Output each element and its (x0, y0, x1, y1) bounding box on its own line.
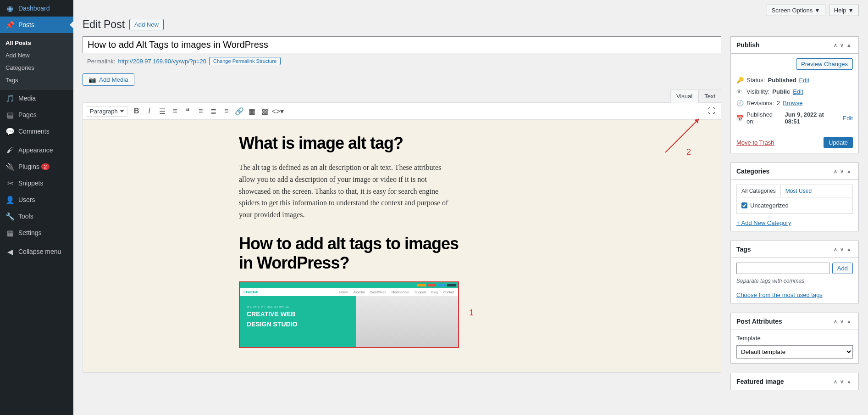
box-toggle-icon[interactable]: ▲ (845, 319, 853, 324)
code-button[interactable]: <>▾ (271, 105, 284, 118)
box-up-icon[interactable]: ∧ (832, 247, 839, 252)
plugins-badge: 2 (41, 163, 50, 170)
edit-date-link[interactable]: Edit (843, 115, 853, 122)
align-left-button[interactable]: ≡ (194, 105, 207, 118)
update-button[interactable]: Update (824, 137, 853, 148)
sidebar-item-snippets[interactable]: ✂Snippets (0, 175, 73, 191)
tags-input[interactable] (736, 263, 829, 274)
pin-icon: 📌 (6, 20, 15, 29)
comments-icon: 💬 (6, 127, 15, 136)
box-up-icon[interactable]: ∧ (832, 379, 839, 385)
category-checkbox[interactable] (741, 202, 747, 208)
sidebar-item-tools[interactable]: 🔧Tools (0, 208, 73, 224)
add-tag-button[interactable]: Add (832, 263, 853, 274)
box-toggle-icon[interactable]: ▲ (845, 247, 853, 252)
tools-icon: 🔧 (6, 212, 15, 221)
all-categories-tab[interactable]: All Categories (737, 185, 781, 197)
permalink-url[interactable]: http://209.97.169.90/vy/wp/?p=20 (118, 58, 206, 65)
box-toggle-icon[interactable]: ▲ (845, 379, 853, 384)
tags-title: Tags (736, 246, 751, 253)
box-down-icon[interactable]: ∨ (839, 247, 845, 252)
preview-changes-button[interactable]: Preview Changes (796, 58, 853, 70)
bold-button[interactable]: B (130, 105, 143, 118)
box-down-icon[interactable]: ∨ (839, 168, 845, 174)
box-down-icon[interactable]: ∨ (839, 379, 845, 385)
screen-options-button[interactable]: Screen Options ▼ (767, 5, 825, 16)
sidebar-sub-tags[interactable]: Tags (0, 74, 73, 86)
editor-toolbar: Paragraph B I ☰ ≡ ❝ ≡ ≣ ≡ 🔗 ▦ ▩ <>▾ (83, 103, 721, 120)
post-title-input[interactable] (83, 36, 721, 53)
users-icon: 👤 (6, 195, 15, 204)
box-toggle-icon[interactable]: ▲ (845, 168, 853, 174)
permalink-row: Permalink: http://209.97.169.90/vy/wp/?p… (83, 53, 721, 69)
more-button[interactable]: ▦ (246, 105, 259, 118)
edit-status-link[interactable]: Edit (799, 77, 809, 84)
media-icon: 🎵 (6, 94, 15, 103)
format-select[interactable]: Paragraph (86, 106, 127, 117)
camera-icon: 📷 (88, 76, 96, 83)
box-down-icon[interactable]: ∨ (839, 42, 845, 48)
box-toggle-icon[interactable]: ▲ (845, 42, 853, 48)
italic-button[interactable]: I (143, 105, 156, 118)
sidebar-item-dashboard[interactable]: ◉Dashboard (0, 0, 73, 17)
calendar-icon: 📅 (736, 115, 744, 122)
sidebar-sub-categories[interactable]: Categories (0, 62, 73, 74)
page-title: Edit Post (83, 18, 125, 31)
tags-hint: Separate tags with commas (736, 278, 853, 284)
appearance-icon: 🖌 (6, 146, 15, 155)
add-new-button[interactable]: Add New (129, 19, 164, 30)
publish-title: Publish (736, 41, 760, 49)
most-used-tab[interactable]: Most Used (781, 185, 816, 197)
box-up-icon[interactable]: ∧ (832, 42, 839, 48)
content-image[interactable]: LTHEMEHomeJoomla!WordPressMembershipSupp… (239, 281, 459, 348)
sidebar-item-pages[interactable]: ▤Pages (0, 107, 73, 123)
add-media-button[interactable]: 📷Add Media (83, 73, 134, 86)
sidebar-item-posts[interactable]: 📌Posts (0, 17, 73, 33)
template-select[interactable]: Default template (736, 345, 853, 359)
sidebar-sub-add-new[interactable]: Add New (0, 49, 73, 62)
category-item[interactable]: Uncategorized (741, 202, 848, 209)
box-up-icon[interactable]: ∧ (832, 168, 839, 174)
sidebar-item-comments[interactable]: 💬Comments (0, 123, 73, 140)
sidebar-item-appearance[interactable]: 🖌Appearance (0, 142, 73, 158)
categories-box: Categories∧∨▲ All Categories Most Used U… (730, 163, 859, 231)
edit-visibility-link[interactable]: Edit (793, 88, 803, 95)
sidebar-item-settings[interactable]: ▦Settings (0, 224, 73, 241)
featured-image-title: Featured image (736, 378, 784, 385)
sidebar-item-media[interactable]: 🎵Media (0, 90, 73, 107)
tags-box: Tags∧∨▲ Add Separate tags with commas Ch… (730, 241, 859, 303)
key-icon: 🔑 (736, 77, 744, 84)
help-button[interactable]: Help ▼ (829, 5, 859, 16)
numbered-list-button[interactable]: ≡ (169, 105, 182, 118)
annotation-arrow (663, 113, 704, 155)
align-center-button[interactable]: ≣ (207, 105, 220, 118)
change-permalink-button[interactable]: Change Permalink Structure (209, 57, 281, 65)
text-tab[interactable]: Text (698, 90, 721, 102)
quote-button[interactable]: ❝ (182, 105, 194, 118)
eye-icon: 👁 (736, 88, 744, 95)
sidebar-item-plugins[interactable]: 🔌Plugins2 (0, 158, 73, 175)
categories-title: Categories (736, 168, 769, 175)
fullscreen-button[interactable]: ⛶ (705, 105, 718, 118)
sidebar-sub-all-posts[interactable]: All Posts (0, 37, 73, 49)
add-new-category-link[interactable]: + Add New Category (736, 219, 791, 226)
sidebar-item-users[interactable]: 👤Users (0, 191, 73, 208)
visual-tab[interactable]: Visual (670, 90, 698, 103)
align-right-button[interactable]: ≡ (220, 105, 233, 118)
browse-revisions-link[interactable]: Browse (783, 100, 802, 107)
choose-tags-link[interactable]: Choose from the most used tags (736, 292, 823, 298)
bullet-list-button[interactable]: ☰ (156, 105, 169, 118)
snippets-icon: ✂ (6, 179, 15, 188)
admin-sidebar: ◉Dashboard 📌Posts All Posts Add New Cate… (0, 0, 73, 415)
toolbar-toggle-button[interactable]: ▩ (259, 105, 271, 118)
box-up-icon[interactable]: ∧ (832, 319, 839, 325)
editor-content[interactable]: 2 What is image alt tag? The alt tag is … (83, 120, 721, 372)
link-button[interactable]: 🔗 (233, 105, 246, 118)
featured-image-box: Featured image∧∨▲ (730, 373, 859, 390)
box-down-icon[interactable]: ∨ (839, 319, 845, 325)
sidebar-item-collapse[interactable]: ◀Collapse menu (0, 243, 73, 260)
content-heading-2: How to add alt tags to images in WordPre… (239, 234, 459, 272)
post-attributes-box: Post Attributes∧∨▲ Template Default temp… (730, 313, 859, 364)
move-to-trash-link[interactable]: Move to Trash (736, 139, 774, 146)
revisions-icon: 🕘 (736, 100, 744, 107)
